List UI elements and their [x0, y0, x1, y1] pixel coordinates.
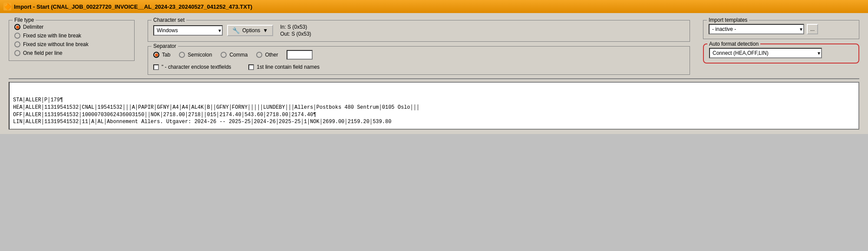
- file-type-option-fixed-no-break[interactable]: Fixed size without line break: [14, 41, 129, 47]
- sep-radio-circle-semicolon[interactable]: [179, 52, 185, 58]
- in-out-info: In: S (0x53) Out: S (0x53): [280, 24, 311, 37]
- data-line: STA│ALLER│P│179¶: [13, 97, 855, 104]
- auto-format-select-wrapper: Connect (HEA,OFF,LIN) None Custom ▼: [709, 48, 822, 58]
- quote-enclose-option[interactable]: " - character enclose textfields: [153, 64, 231, 70]
- radio-label-delimiter: Delimiter: [23, 24, 43, 30]
- top-section: File type DelimiterFixed size with line …: [9, 20, 859, 75]
- file-type-options: DelimiterFixed size with line breakFixed…: [14, 24, 129, 56]
- window-title: Import - Start (CNAL_JOB_00227720_INVOIC…: [14, 3, 252, 10]
- out-value: Out: S (0x53): [280, 31, 311, 37]
- options-button-label: Options: [242, 27, 260, 33]
- separator-group: Separator TabSemicolonCommaOther " - cha…: [148, 46, 690, 75]
- file-type-option-delimiter[interactable]: Delimiter: [14, 24, 129, 30]
- radio-label-fixed-break: Fixed size with line break: [23, 33, 81, 39]
- sep-radio-circle-other[interactable]: [256, 52, 262, 58]
- char-set-label: Character set: [152, 17, 186, 23]
- file-type-label: File type: [13, 17, 36, 23]
- auto-format-group: Auto format detection Connect (HEA,OFF,L…: [703, 44, 859, 64]
- char-set-select-wrapper: Windows UTF-8 ISO-8859-1 ASCII ▼: [153, 25, 223, 36]
- separator-row: TabSemicolonCommaOther: [153, 50, 684, 60]
- first-line-checkbox[interactable]: [248, 64, 254, 70]
- file-type-group: File type DelimiterFixed size with line …: [9, 20, 135, 61]
- quote-enclose-label: " - character enclose textfields: [162, 64, 231, 70]
- import-templates-row: - inactive - ▼ ...: [709, 24, 854, 34]
- main-panel: File type DelimiterFixed size with line …: [0, 13, 868, 134]
- sep-radio-label-tab: Tab: [162, 52, 170, 58]
- char-set-group: Character set Windows UTF-8 ISO-8859-1 A…: [148, 20, 690, 42]
- radio-circle-delimiter[interactable]: [14, 24, 20, 30]
- data-preview[interactable]: STA│ALLER│P│179¶HEA│ALLER│11319541532│CN…: [9, 82, 859, 130]
- separator-option-comma[interactable]: Comma: [221, 52, 248, 58]
- char-set-row: Windows UTF-8 ISO-8859-1 ASCII ▼ 🔧 Optio…: [153, 24, 684, 37]
- import-templates-label: Import templates: [707, 17, 749, 23]
- import-templates-select-wrapper: - inactive - ▼: [709, 24, 804, 34]
- in-value: In: S (0x53): [280, 24, 311, 30]
- sep-radio-label-other: Other: [265, 52, 278, 58]
- quote-enclose-checkbox[interactable]: [153, 64, 159, 70]
- separator-label: Separator: [152, 43, 178, 49]
- separator-option-other[interactable]: Other: [256, 52, 278, 58]
- options-dropdown-arrow: ▼: [263, 27, 268, 33]
- app-icon: 🔶: [3, 3, 11, 10]
- radio-label-one-field: One field per line: [23, 50, 63, 56]
- right-section: Import templates - inactive - ▼ ... Auto…: [703, 20, 859, 64]
- other-text-input[interactable]: [287, 50, 313, 60]
- sep-radio-label-comma: Comma: [229, 52, 248, 58]
- wrench-icon: 🔧: [232, 27, 240, 34]
- browse-button[interactable]: ...: [807, 24, 818, 34]
- sep-radio-label-semicolon: Semicolon: [188, 52, 212, 58]
- browse-button-label: ...: [810, 26, 815, 32]
- auto-format-select[interactable]: Connect (HEA,OFF,LIN) None Custom: [709, 48, 822, 58]
- file-type-option-one-field[interactable]: One field per line: [14, 50, 129, 56]
- radio-circle-fixed-no-break[interactable]: [14, 41, 20, 47]
- char-set-select[interactable]: Windows UTF-8 ISO-8859-1 ASCII: [153, 25, 223, 36]
- first-line-label: 1st line contain field names: [257, 64, 320, 70]
- data-line: OFF│ALLER│11319541532│100007030624360031…: [13, 111, 855, 119]
- divider: [9, 78, 859, 79]
- first-line-option[interactable]: 1st line contain field names: [248, 64, 320, 70]
- import-templates-select[interactable]: - inactive -: [709, 24, 804, 34]
- separator-option-tab[interactable]: Tab: [153, 52, 170, 58]
- import-templates-group: Import templates - inactive - ▼ ...: [703, 20, 859, 39]
- options-button[interactable]: 🔧 Options ▼: [227, 25, 273, 36]
- data-line: LIN│ALLER│11319541532│11│A│AL│Abonnement…: [13, 118, 855, 126]
- sep-radio-circle-comma[interactable]: [221, 52, 227, 58]
- radio-label-fixed-no-break: Fixed size without line break: [23, 41, 89, 47]
- radio-circle-fixed-break[interactable]: [14, 33, 20, 39]
- radio-circle-one-field[interactable]: [14, 50, 20, 56]
- title-bar: 🔶 Import - Start (CNAL_JOB_00227720_INVO…: [0, 0, 868, 13]
- checkboxes-row: " - character enclose textfields 1st lin…: [153, 64, 684, 70]
- sep-radio-circle-tab[interactable]: [153, 52, 159, 58]
- data-line: HEA│ALLER│11319541532│CNAL│19541532│││A│…: [13, 104, 855, 111]
- file-type-option-fixed-break[interactable]: Fixed size with line break: [14, 33, 129, 39]
- auto-format-label: Auto format detection: [707, 41, 760, 47]
- separator-option-semicolon[interactable]: Semicolon: [179, 52, 212, 58]
- middle-section: Character set Windows UTF-8 ISO-8859-1 A…: [148, 20, 690, 75]
